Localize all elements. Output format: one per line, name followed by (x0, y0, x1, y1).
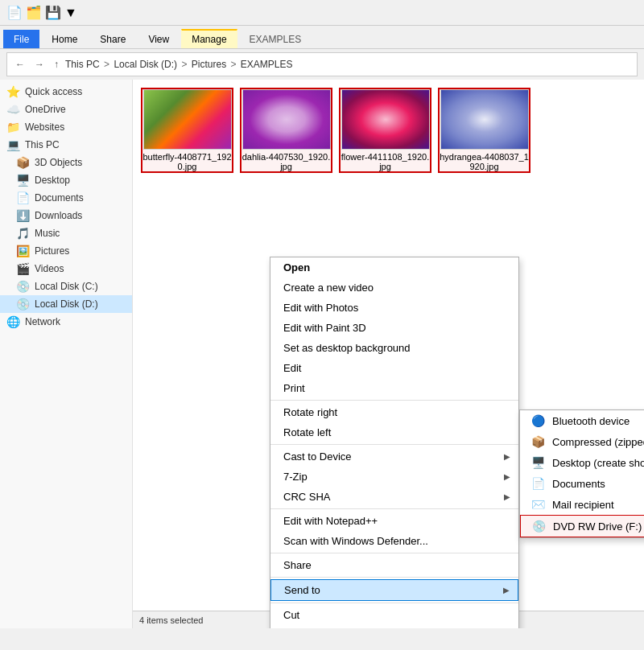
file-item-1[interactable]: dahlia-4407530_1920.jpg (240, 88, 332, 173)
sub-label-2: Desktop (create shortcut) (552, 457, 644, 469)
sidebar-label-12: Local Disk (D:) (35, 298, 98, 310)
sub-item-1[interactable]: 📦Compressed (zipped) folder (520, 431, 644, 452)
file-thumb-1 (242, 89, 331, 150)
title-doc-icon: 📄 (6, 5, 23, 20)
ctx-item-edit-with-paint-3d[interactable]: Edit with Paint 3D (270, 318, 518, 338)
sidebar-item-2[interactable]: 📁Websites (0, 118, 132, 136)
ctx-label-18: Share (283, 559, 312, 571)
file-thumb-3 (440, 89, 529, 150)
tab-view[interactable]: View (138, 30, 180, 48)
ctx-label-9: Rotate left (283, 426, 331, 438)
ctx-item-copy[interactable]: Copy (270, 625, 518, 628)
ctx-item-create-a-new-video[interactable]: Create a new video (270, 278, 518, 298)
ctx-label-12: 7-Zip (283, 471, 308, 483)
sidebar-item-1[interactable]: ☁️OneDrive (0, 101, 132, 118)
ctx-item-cut[interactable]: Cut (270, 605, 518, 625)
title-save-icon: 💾 (45, 5, 61, 20)
ctx-divider-14 (270, 508, 518, 509)
ctx-label-0: Open (283, 261, 310, 274)
sub-label-3: Documents (552, 478, 605, 490)
sidebar-item-0[interactable]: ⭐Quick access (0, 83, 132, 101)
sidebar-icon-2: 📁 (6, 121, 20, 134)
ctx-arrow-20: ▶ (503, 586, 510, 594)
sidebar-item-13[interactable]: 🌐Network (0, 313, 132, 331)
ctx-label-8: Rotate right (283, 406, 337, 418)
ctx-item-edit[interactable]: Edit (270, 358, 518, 378)
ctx-item-edit-with-notepad++[interactable]: Edit with Notepad++ (270, 511, 518, 531)
sub-item-0[interactable]: 🔵Bluetooth device (520, 410, 644, 431)
sidebar-item-12[interactable]: 💿Local Disk (D:) (0, 295, 132, 313)
sub-label-0: Bluetooth device (552, 415, 630, 427)
ctx-arrow-13: ▶ (504, 492, 510, 501)
sidebar-icon-1: ☁️ (6, 103, 20, 116)
path-localdisk: Local Disk (D:) (114, 59, 177, 70)
sidebar-item-11[interactable]: 💿Local Disk (C:) (0, 278, 132, 295)
file-item-3[interactable]: hydrangea-4408037_1920.jpg (438, 88, 530, 173)
sidebar-label-7: Downloads (35, 210, 82, 221)
content-area: butterfly-4408771_1920.jpg dahlia-440753… (133, 80, 644, 628)
ctx-item-edit-with-photos[interactable]: Edit with Photos (270, 298, 518, 318)
title-bar-icons: 📄 🗂️ 💾 ▼ (6, 5, 77, 20)
sidebar-label-1: OneDrive (25, 104, 66, 115)
sidebar-icon-12: 💿 (16, 298, 30, 311)
title-dropdown-icon: ▼ (64, 6, 77, 20)
ctx-label-20: Send to (284, 584, 320, 596)
sidebar-item-10[interactable]: 🎬Videos (0, 260, 132, 278)
ctx-arrow-11: ▶ (504, 452, 510, 461)
context-menu: OpenCreate a new videoEdit with PhotosEd… (270, 257, 519, 628)
ctx-item-scan-with-windows-defender...[interactable]: Scan with Windows Defender... (270, 531, 518, 551)
sidebar-item-8[interactable]: 🎵Music (0, 224, 132, 242)
sidebar-item-6[interactable]: 📄Documents (0, 189, 132, 207)
sidebar-item-9[interactable]: 🖼️Pictures (0, 242, 132, 260)
sidebar-icon-10: 🎬 (16, 262, 30, 275)
nav-forward[interactable]: → (31, 57, 47, 72)
ctx-divider-17 (270, 553, 518, 553)
sub-item-5[interactable]: 💿DVD RW Drive (F:) (520, 515, 644, 537)
ctx-item-cast-to-device[interactable]: Cast to Device▶ (270, 446, 518, 467)
tab-file[interactable]: File (3, 30, 39, 48)
ctx-item-set-as-desktop-background[interactable]: Set as desktop background (270, 338, 518, 358)
tab-manage[interactable]: Manage (181, 29, 237, 48)
ctx-item-open[interactable]: Open (270, 257, 518, 278)
sidebar-item-5[interactable]: 🖥️Desktop (0, 171, 132, 189)
ctx-item-send-to[interactable]: Send to▶ (270, 579, 518, 601)
file-grid: butterfly-4408771_1920.jpg dahlia-440753… (133, 80, 644, 181)
file-name-1: dahlia-4407530_1920.jpg (242, 152, 331, 171)
ctx-label-13: CRC SHA (283, 491, 331, 503)
sub-item-4[interactable]: ✉️Mail recipient (520, 494, 644, 515)
nav-up[interactable]: ↑ (51, 57, 62, 72)
file-name-2: flower-4411108_1920.jpg (341, 152, 430, 171)
ctx-label-4: Set as desktop background (283, 342, 411, 354)
tab-share[interactable]: Share (89, 30, 136, 48)
sub-label-4: Mail recipient (552, 499, 614, 511)
ctx-item-crc-sha[interactable]: CRC SHA▶ (270, 487, 518, 507)
sidebar-item-7[interactable]: ⬇️Downloads (0, 207, 132, 224)
sidebar-icon-3: 💻 (6, 138, 20, 151)
ctx-item-print[interactable]: Print (270, 378, 518, 398)
sidebar-item-4[interactable]: 📦3D Objects (0, 154, 132, 171)
ctx-item-7-zip[interactable]: 7-Zip▶ (270, 467, 518, 487)
sub-item-2[interactable]: 🖥️Desktop (create shortcut) (520, 452, 644, 473)
ctx-label-15: Edit with Notepad++ (283, 515, 378, 527)
tab-examples[interactable]: EXAMPLES (239, 30, 312, 48)
address-path[interactable]: This PC > Local Disk (D:) > Pictures > E… (65, 59, 632, 70)
sub-item-3[interactable]: 📄Documents (520, 473, 644, 494)
sub-icon-0: 🔵 (530, 414, 546, 427)
sidebar-item-3[interactable]: 💻This PC (0, 136, 132, 154)
ctx-item-rotate-right[interactable]: Rotate right (270, 402, 518, 422)
send-to-submenu: 🔵Bluetooth device📦Compressed (zipped) fo… (519, 409, 644, 538)
file-item-2[interactable]: flower-4411108_1920.jpg (339, 88, 431, 173)
ctx-item-share[interactable]: Share (270, 555, 518, 575)
status-text: 4 items selected (139, 615, 203, 625)
ctx-divider-10 (270, 444, 518, 445)
path-thispc: This PC (65, 59, 100, 70)
sidebar-icon-4: 📦 (16, 156, 30, 169)
sub-icon-3: 📄 (530, 477, 546, 490)
file-item-0[interactable]: butterfly-4408771_1920.jpg (141, 88, 233, 173)
ribbon-tabs: File Home Share View Manage EXAMPLES (0, 26, 644, 48)
nav-back[interactable]: ← (12, 57, 28, 72)
sub-icon-1: 📦 (530, 435, 546, 448)
tab-home[interactable]: Home (41, 30, 88, 48)
ctx-label-16: Scan with Windows Defender... (283, 535, 428, 547)
ctx-item-rotate-left[interactable]: Rotate left (270, 422, 518, 442)
